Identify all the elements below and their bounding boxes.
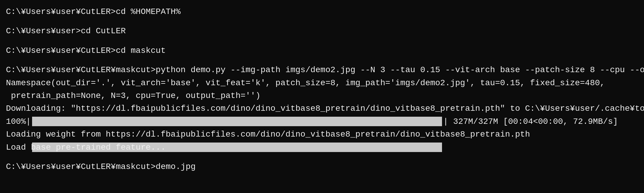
spacer-2 (6, 38, 638, 44)
terminal-line-1: C:\¥Users¥user¥CutLER>cd %HOMEPATH% (6, 5, 638, 18)
terminal-line-7: Downloading: "https://dl.fbaipublicfiles… (6, 102, 638, 115)
terminal-window: C:\¥Users¥user¥CutLER>cd %HOMEPATH% C:\¥… (6, 5, 638, 173)
terminal-line-2: C:\¥Users¥user>cd CutLER (6, 25, 638, 37)
progress-suffix: | 327M/327M [00:04<00:00, 72.9MB/s] (443, 115, 618, 128)
progress-line: 100%| | 327M/327M [00:04<00:00, 72.9MB/s… (6, 115, 638, 128)
terminal-line-4: C:\¥Users¥user¥CutLER¥maskcut>python dem… (6, 64, 638, 76)
progress-prefix: 100%| (6, 115, 31, 128)
spacer-1 (6, 18, 638, 25)
terminal-line-3: C:\¥Users¥user¥CutLER>cd maskcut (6, 44, 638, 57)
terminal-line-6: pretrain_path=None, N=3, cpu=True, outpu… (6, 89, 638, 102)
progress-bar-wrapper (32, 117, 442, 126)
spacer-3 (6, 57, 638, 64)
terminal-line-8: Loading weight from https://dl.fbaipubli… (6, 128, 638, 141)
terminal-line-5: Namespace(out_dir='.', vit_arch='base', … (6, 77, 638, 89)
